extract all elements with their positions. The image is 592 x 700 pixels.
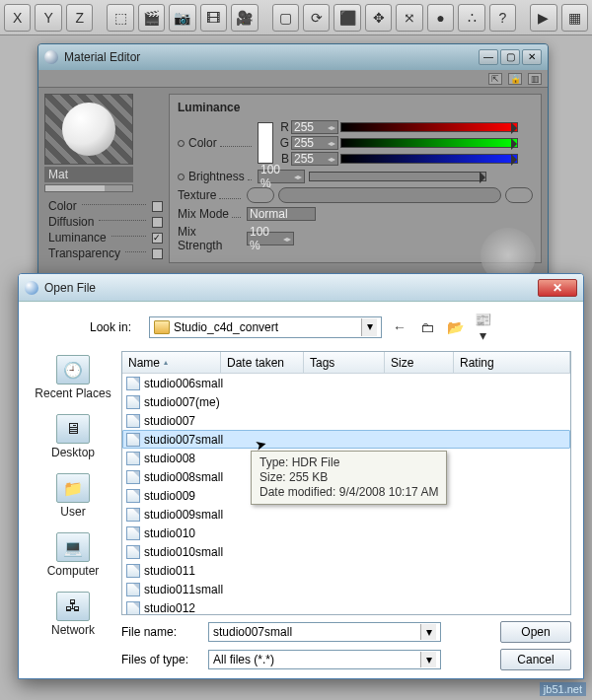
- toolbar-button[interactable]: Z: [66, 4, 93, 32]
- rgb-R-field[interactable]: 255◂▸: [291, 120, 338, 134]
- minimize-button[interactable]: —: [479, 49, 498, 65]
- toolbar-button[interactable]: ▶: [530, 4, 556, 32]
- texture-label: Texture: [178, 188, 216, 202]
- brightness-slider[interactable]: [309, 172, 486, 181]
- file-row[interactable]: studio007(me): [122, 392, 570, 411]
- toolbar-button[interactable]: 🎬: [138, 4, 165, 32]
- close-button[interactable]: ✕: [522, 49, 542, 65]
- lookin-combo[interactable]: Studio_c4d_convert ▾: [149, 316, 382, 338]
- brightness-label: Brightness: [188, 170, 245, 183]
- texture-browse-button[interactable]: [505, 187, 533, 203]
- mixstrength-field[interactable]: 100 %◂▸: [247, 232, 294, 245]
- checkbox[interactable]: [152, 233, 163, 244]
- file-row[interactable]: studio011: [122, 561, 570, 580]
- toolbar-button[interactable]: ✥: [365, 4, 392, 32]
- channel-row[interactable]: Color: [44, 198, 163, 214]
- open-file-titlebar[interactable]: Open File ✕: [19, 274, 583, 302]
- maximize-button[interactable]: ▢: [500, 49, 520, 65]
- file-icon: [126, 601, 140, 615]
- window-title: Material Editor: [64, 50, 473, 64]
- filename-label: File name:: [121, 625, 198, 639]
- channel-row[interactable]: Diffusion: [44, 214, 163, 230]
- radio-icon[interactable]: [178, 140, 185, 147]
- file-row[interactable]: studio010small: [122, 542, 570, 561]
- file-icon: [126, 395, 140, 409]
- column-tags[interactable]: Tags: [304, 352, 385, 373]
- color-swatch[interactable]: [258, 122, 273, 164]
- toolbar-button[interactable]: ⤧: [396, 4, 422, 32]
- place-item[interactable]: 🖥Desktop: [51, 414, 95, 459]
- toolbar-button[interactable]: ⟳: [303, 4, 330, 32]
- column-date[interactable]: Date taken: [221, 352, 304, 373]
- place-item[interactable]: 🕘Recent Places: [35, 355, 111, 400]
- filetype-field[interactable]: All files (*.*)▾: [208, 650, 441, 669]
- file-row[interactable]: studio012: [122, 598, 570, 614]
- texture-slot[interactable]: [278, 187, 501, 203]
- toolbar-button[interactable]: 🎞: [200, 4, 227, 32]
- toolbar-button[interactable]: ▢: [272, 4, 299, 32]
- up-folder-button[interactable]: 🗀: [417, 319, 437, 335]
- lookin-label: Look in:: [90, 320, 141, 334]
- file-row[interactable]: studio007small: [122, 430, 570, 449]
- toolbar-button[interactable]: ?: [489, 4, 516, 32]
- chevron-down-icon[interactable]: ▾: [361, 318, 377, 336]
- filename-field[interactable]: studio007small▾: [208, 622, 441, 642]
- toolbar-button[interactable]: Y: [35, 4, 61, 32]
- globe-icon: [44, 50, 58, 64]
- file-icon: [126, 452, 140, 465]
- file-icon: [126, 564, 140, 578]
- new-folder-button[interactable]: 📂: [445, 319, 465, 335]
- toolbar-button[interactable]: ⬚: [107, 4, 133, 32]
- brightness-field[interactable]: 100 %◂▸: [258, 170, 305, 183]
- toolbar-button[interactable]: ●: [427, 4, 454, 32]
- checkbox[interactable]: [152, 201, 163, 212]
- file-icon: [126, 508, 140, 522]
- column-rating[interactable]: Rating: [454, 352, 570, 373]
- channel-list: ColorDiffusionLuminanceTransparency: [44, 198, 163, 261]
- file-row[interactable]: studio011small: [122, 580, 570, 598]
- material-preview[interactable]: [44, 94, 133, 165]
- file-row[interactable]: studio009small: [122, 505, 570, 524]
- texture-arrow-button[interactable]: [247, 187, 274, 203]
- places-bar: 🕘Recent Places🖥Desktop📁User💻Computer🖧Net…: [31, 351, 115, 615]
- file-icon: [126, 433, 140, 447]
- pin-icon[interactable]: ⇱: [488, 73, 502, 85]
- cancel-button[interactable]: Cancel: [500, 649, 571, 670]
- rgb-B-field[interactable]: 255◂▸: [291, 152, 338, 166]
- place-item[interactable]: 📁User: [56, 473, 90, 519]
- toolbar-button[interactable]: ⬛: [333, 4, 360, 32]
- preview-scrollbar[interactable]: [44, 184, 133, 192]
- file-row[interactable]: studio006small: [122, 374, 570, 392]
- lock-icon[interactable]: 🔒: [508, 73, 522, 85]
- radio-icon[interactable]: [178, 174, 185, 180]
- globe-icon: [25, 281, 38, 295]
- dock-icon[interactable]: ▥: [528, 73, 542, 85]
- column-name[interactable]: Name▴: [122, 352, 221, 373]
- toolbar-button[interactable]: X: [4, 4, 31, 32]
- file-row[interactable]: studio007: [122, 411, 570, 430]
- material-editor-titlebar[interactable]: Material Editor — ▢ ✕: [38, 44, 548, 70]
- toolbar-button[interactable]: 📷: [169, 4, 195, 32]
- view-menu-button[interactable]: 📰▾: [473, 312, 492, 343]
- close-button[interactable]: ✕: [538, 279, 577, 297]
- file-icon: [126, 377, 140, 390]
- toolbar-button[interactable]: 🎥: [231, 4, 258, 32]
- file-row[interactable]: studio010: [122, 524, 570, 542]
- rgb-G-slider[interactable]: [340, 138, 518, 148]
- toolbar-button[interactable]: ∴: [458, 4, 484, 32]
- channel-row[interactable]: Luminance: [44, 230, 163, 245]
- material-name[interactable]: Mat: [44, 167, 133, 182]
- place-item[interactable]: 💻Computer: [47, 532, 100, 578]
- back-button[interactable]: ←: [390, 319, 409, 335]
- checkbox[interactable]: [152, 217, 163, 228]
- rgb-R-slider[interactable]: [340, 122, 518, 132]
- column-size[interactable]: Size: [385, 352, 454, 373]
- rgb-G-field[interactable]: 255◂▸: [291, 136, 338, 150]
- checkbox[interactable]: [152, 248, 163, 259]
- mixmode-field[interactable]: Normal: [247, 207, 316, 221]
- open-button[interactable]: Open: [500, 621, 571, 643]
- rgb-B-slider[interactable]: [340, 154, 518, 164]
- toolbar-button[interactable]: ▦: [561, 4, 588, 32]
- material-editor-menubar: ⇱ 🔒 ▥: [38, 70, 548, 88]
- channel-row[interactable]: Transparency: [44, 245, 163, 261]
